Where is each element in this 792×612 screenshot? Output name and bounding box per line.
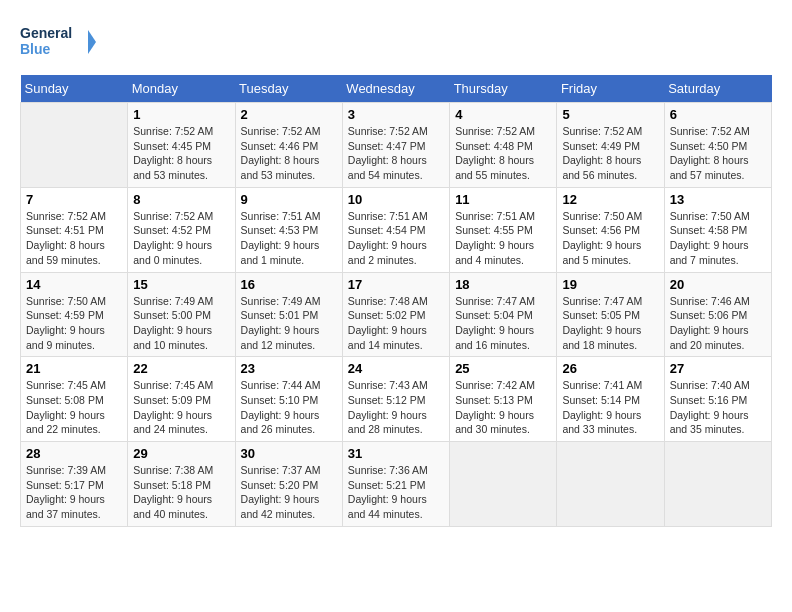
calendar-cell: 1Sunrise: 7:52 AMSunset: 4:45 PMDaylight… (128, 103, 235, 188)
day-info: Sunrise: 7:50 AMSunset: 4:58 PMDaylight:… (670, 209, 766, 268)
calendar-cell: 10Sunrise: 7:51 AMSunset: 4:54 PMDayligh… (342, 187, 449, 272)
day-number: 11 (455, 192, 551, 207)
day-info: Sunrise: 7:52 AMSunset: 4:47 PMDaylight:… (348, 124, 444, 183)
day-number: 1 (133, 107, 229, 122)
day-number: 24 (348, 361, 444, 376)
day-number: 31 (348, 446, 444, 461)
day-number: 28 (26, 446, 122, 461)
day-info: Sunrise: 7:52 AMSunset: 4:52 PMDaylight:… (133, 209, 229, 268)
day-number: 3 (348, 107, 444, 122)
day-info: Sunrise: 7:41 AMSunset: 5:14 PMDaylight:… (562, 378, 658, 437)
day-number: 15 (133, 277, 229, 292)
day-info: Sunrise: 7:47 AMSunset: 5:05 PMDaylight:… (562, 294, 658, 353)
calendar-cell: 31Sunrise: 7:36 AMSunset: 5:21 PMDayligh… (342, 442, 449, 527)
day-number: 27 (670, 361, 766, 376)
day-number: 22 (133, 361, 229, 376)
svg-marker-2 (88, 30, 96, 54)
day-number: 25 (455, 361, 551, 376)
day-number: 14 (26, 277, 122, 292)
weekday-header-sunday: Sunday (21, 75, 128, 103)
day-info: Sunrise: 7:45 AMSunset: 5:09 PMDaylight:… (133, 378, 229, 437)
calendar-cell: 16Sunrise: 7:49 AMSunset: 5:01 PMDayligh… (235, 272, 342, 357)
calendar-cell: 23Sunrise: 7:44 AMSunset: 5:10 PMDayligh… (235, 357, 342, 442)
day-number: 16 (241, 277, 337, 292)
calendar-cell: 11Sunrise: 7:51 AMSunset: 4:55 PMDayligh… (450, 187, 557, 272)
calendar-cell: 4Sunrise: 7:52 AMSunset: 4:48 PMDaylight… (450, 103, 557, 188)
svg-text:General: General (20, 25, 72, 41)
calendar-week-3: 21Sunrise: 7:45 AMSunset: 5:08 PMDayligh… (21, 357, 772, 442)
calendar-week-1: 7Sunrise: 7:52 AMSunset: 4:51 PMDaylight… (21, 187, 772, 272)
day-info: Sunrise: 7:40 AMSunset: 5:16 PMDaylight:… (670, 378, 766, 437)
day-info: Sunrise: 7:38 AMSunset: 5:18 PMDaylight:… (133, 463, 229, 522)
day-number: 6 (670, 107, 766, 122)
day-number: 19 (562, 277, 658, 292)
day-number: 5 (562, 107, 658, 122)
day-info: Sunrise: 7:51 AMSunset: 4:53 PMDaylight:… (241, 209, 337, 268)
day-number: 7 (26, 192, 122, 207)
day-info: Sunrise: 7:45 AMSunset: 5:08 PMDaylight:… (26, 378, 122, 437)
day-number: 21 (26, 361, 122, 376)
day-info: Sunrise: 7:37 AMSunset: 5:20 PMDaylight:… (241, 463, 337, 522)
day-number: 9 (241, 192, 337, 207)
day-info: Sunrise: 7:43 AMSunset: 5:12 PMDaylight:… (348, 378, 444, 437)
calendar-cell (450, 442, 557, 527)
calendar-week-4: 28Sunrise: 7:39 AMSunset: 5:17 PMDayligh… (21, 442, 772, 527)
calendar-cell: 2Sunrise: 7:52 AMSunset: 4:46 PMDaylight… (235, 103, 342, 188)
calendar-cell: 9Sunrise: 7:51 AMSunset: 4:53 PMDaylight… (235, 187, 342, 272)
day-info: Sunrise: 7:50 AMSunset: 4:56 PMDaylight:… (562, 209, 658, 268)
weekday-header-friday: Friday (557, 75, 664, 103)
day-number: 26 (562, 361, 658, 376)
day-number: 18 (455, 277, 551, 292)
calendar-cell: 5Sunrise: 7:52 AMSunset: 4:49 PMDaylight… (557, 103, 664, 188)
calendar-cell: 25Sunrise: 7:42 AMSunset: 5:13 PMDayligh… (450, 357, 557, 442)
calendar-cell: 26Sunrise: 7:41 AMSunset: 5:14 PMDayligh… (557, 357, 664, 442)
calendar-table: SundayMondayTuesdayWednesdayThursdayFrid… (20, 75, 772, 527)
calendar-cell: 28Sunrise: 7:39 AMSunset: 5:17 PMDayligh… (21, 442, 128, 527)
day-info: Sunrise: 7:52 AMSunset: 4:51 PMDaylight:… (26, 209, 122, 268)
weekday-header-tuesday: Tuesday (235, 75, 342, 103)
day-number: 13 (670, 192, 766, 207)
calendar-cell: 12Sunrise: 7:50 AMSunset: 4:56 PMDayligh… (557, 187, 664, 272)
day-number: 20 (670, 277, 766, 292)
day-info: Sunrise: 7:47 AMSunset: 5:04 PMDaylight:… (455, 294, 551, 353)
weekday-header-monday: Monday (128, 75, 235, 103)
day-info: Sunrise: 7:39 AMSunset: 5:17 PMDaylight:… (26, 463, 122, 522)
day-info: Sunrise: 7:50 AMSunset: 4:59 PMDaylight:… (26, 294, 122, 353)
day-info: Sunrise: 7:44 AMSunset: 5:10 PMDaylight:… (241, 378, 337, 437)
calendar-cell: 20Sunrise: 7:46 AMSunset: 5:06 PMDayligh… (664, 272, 771, 357)
calendar-cell: 27Sunrise: 7:40 AMSunset: 5:16 PMDayligh… (664, 357, 771, 442)
day-number: 30 (241, 446, 337, 461)
logo-svg: General Blue (20, 20, 100, 65)
calendar-cell: 17Sunrise: 7:48 AMSunset: 5:02 PMDayligh… (342, 272, 449, 357)
day-number: 29 (133, 446, 229, 461)
calendar-cell: 13Sunrise: 7:50 AMSunset: 4:58 PMDayligh… (664, 187, 771, 272)
calendar-header: SundayMondayTuesdayWednesdayThursdayFrid… (21, 75, 772, 103)
day-number: 8 (133, 192, 229, 207)
calendar-cell: 30Sunrise: 7:37 AMSunset: 5:20 PMDayligh… (235, 442, 342, 527)
calendar-cell: 15Sunrise: 7:49 AMSunset: 5:00 PMDayligh… (128, 272, 235, 357)
day-number: 4 (455, 107, 551, 122)
day-info: Sunrise: 7:51 AMSunset: 4:54 PMDaylight:… (348, 209, 444, 268)
day-number: 17 (348, 277, 444, 292)
calendar-cell (664, 442, 771, 527)
calendar-cell: 19Sunrise: 7:47 AMSunset: 5:05 PMDayligh… (557, 272, 664, 357)
calendar-body: 1Sunrise: 7:52 AMSunset: 4:45 PMDaylight… (21, 103, 772, 527)
day-number: 12 (562, 192, 658, 207)
day-number: 2 (241, 107, 337, 122)
page-header: General Blue (20, 20, 772, 65)
calendar-cell: 22Sunrise: 7:45 AMSunset: 5:09 PMDayligh… (128, 357, 235, 442)
weekday-header-thursday: Thursday (450, 75, 557, 103)
day-info: Sunrise: 7:46 AMSunset: 5:06 PMDaylight:… (670, 294, 766, 353)
day-info: Sunrise: 7:52 AMSunset: 4:48 PMDaylight:… (455, 124, 551, 183)
weekday-header-wednesday: Wednesday (342, 75, 449, 103)
calendar-cell: 14Sunrise: 7:50 AMSunset: 4:59 PMDayligh… (21, 272, 128, 357)
calendar-cell: 7Sunrise: 7:52 AMSunset: 4:51 PMDaylight… (21, 187, 128, 272)
calendar-cell: 3Sunrise: 7:52 AMSunset: 4:47 PMDaylight… (342, 103, 449, 188)
weekday-row: SundayMondayTuesdayWednesdayThursdayFrid… (21, 75, 772, 103)
calendar-cell: 8Sunrise: 7:52 AMSunset: 4:52 PMDaylight… (128, 187, 235, 272)
day-info: Sunrise: 7:42 AMSunset: 5:13 PMDaylight:… (455, 378, 551, 437)
day-info: Sunrise: 7:52 AMSunset: 4:49 PMDaylight:… (562, 124, 658, 183)
day-number: 10 (348, 192, 444, 207)
day-info: Sunrise: 7:52 AMSunset: 4:46 PMDaylight:… (241, 124, 337, 183)
calendar-cell (21, 103, 128, 188)
